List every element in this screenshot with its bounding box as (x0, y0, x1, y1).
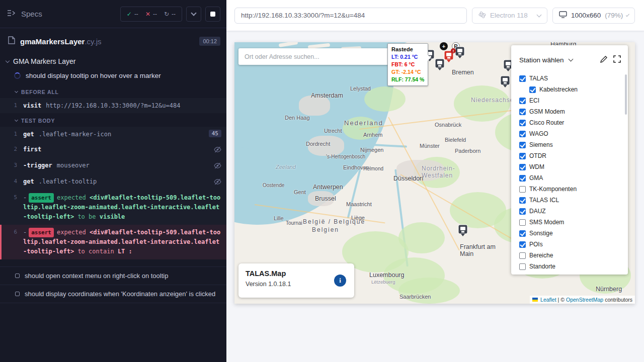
assert-row-fail[interactable]: 6 -assertexpected <div#leaflet-tooltip-5… (0, 225, 226, 259)
command-row-first[interactable]: 2 first (0, 142, 226, 158)
map-marker-alarm-rastede[interactable]: ! (444, 50, 454, 62)
aut-container: Electron 118 1000x660 (79%) (226, 0, 644, 362)
restart-icon: ↻ (164, 11, 169, 18)
map-search-box (238, 48, 398, 65)
checkbox[interactable] (529, 86, 536, 93)
specs-title[interactable]: Specs (21, 10, 42, 18)
section-before-all[interactable]: BEFORE ALL (0, 84, 226, 98)
map-label: Utrecht (324, 128, 342, 134)
layer-row[interactable]: TALAS ICL (519, 195, 628, 206)
checkbox[interactable] (519, 230, 526, 237)
layer-row[interactable]: SMS Modem (519, 217, 628, 228)
layer-row[interactable]: TK-Komponenten (519, 184, 628, 195)
checkbox[interactable] (519, 208, 526, 215)
pending-test-row[interactable]: should open context menu on right-click … (0, 266, 226, 285)
map-label: Tournai (286, 220, 302, 226)
command-row-visit[interactable]: 1 visithttp://192.168.10.33:3000/?m=12&u… (0, 98, 226, 113)
checkbox[interactable] (519, 263, 526, 270)
viewport-icon (559, 11, 567, 20)
checkbox[interactable] (519, 241, 526, 248)
layer-row[interactable]: WDM (519, 161, 628, 172)
checkbox[interactable] (519, 109, 526, 115)
map-label: Antwerpen (313, 184, 343, 191)
checkbox[interactable] (519, 164, 526, 170)
map-marker[interactable] (500, 75, 510, 87)
map-label: Helmond (363, 166, 383, 171)
specs-menu-icon[interactable] (7, 10, 16, 19)
map-label: Amsterdam (311, 92, 343, 99)
map-label: Den Haag (285, 115, 310, 121)
checkbox[interactable] (519, 153, 526, 159)
checkbox[interactable] (519, 131, 526, 137)
checkbox[interactable] (519, 120, 526, 126)
map-marker[interactable] (435, 58, 445, 70)
layer-row[interactable]: Standorte (519, 261, 628, 272)
map-label: Gent (294, 189, 306, 195)
map-label: 's-Hertogenbosch (326, 154, 365, 159)
assert-badge-pass: assert (29, 193, 54, 203)
layer-row[interactable]: Sonstige (519, 228, 628, 239)
spec-header[interactable]: gmaMarkersLayer .cy.js 00:12 (0, 28, 226, 51)
layer-row[interactable]: Cisco Router (519, 117, 628, 128)
map-label: Lelystad (350, 85, 371, 92)
map-marker[interactable] (458, 224, 468, 236)
fullscreen-icon[interactable] (613, 55, 621, 65)
edit-icon[interactable] (600, 56, 607, 65)
checkbox[interactable] (519, 252, 526, 259)
chevron-down-icon (537, 12, 542, 17)
layer-row[interactable]: ECI (519, 95, 628, 106)
checkbox[interactable] (519, 175, 526, 182)
panel-scrollbar[interactable] (625, 74, 627, 115)
running-test-row[interactable]: should display tooltip on hover over a m… (0, 68, 226, 84)
map-label: Nijmegen (360, 147, 383, 153)
map-label: Nordrhein-Westfalen (422, 165, 466, 179)
command-row-get-tooltip[interactable]: 4 get.leaflet-tooltip (0, 174, 226, 190)
checkbox[interactable] (519, 186, 526, 193)
layer-row[interactable]: Siemens (519, 139, 628, 150)
checkbox[interactable] (519, 75, 526, 82)
assert-row-pass[interactable]: 5 -assertexpected <div#leaflet-tooltip-5… (0, 190, 226, 225)
checkbox[interactable] (519, 197, 526, 204)
search-input[interactable] (244, 53, 393, 61)
cluster-expand-button[interactable]: + (440, 42, 448, 50)
section-test-body[interactable]: TEST BODY (0, 113, 226, 127)
layer-row[interactable]: GSM Modem (519, 106, 628, 117)
tooltip-row-lt: LT: 0.21 °C (391, 53, 424, 61)
url-input[interactable] (234, 8, 467, 24)
map-marker[interactable] (455, 46, 465, 58)
viewport-select[interactable]: 1000x660 (79%) (552, 8, 635, 24)
checkbox[interactable] (519, 98, 526, 104)
collapse-button[interactable] (186, 7, 201, 22)
command-row-trigger[interactable]: 3 -triggermouseover (0, 158, 226, 174)
layer-row[interactable]: GMA (519, 172, 628, 184)
spec-timer: 00:12 (199, 37, 220, 46)
layer-row[interactable]: Bereiche (519, 250, 628, 261)
station-panel-header: Station wählen (511, 52, 628, 71)
alarm-badge: ! (451, 48, 456, 53)
command-row-get-marker[interactable]: 1 get.leaflet-marker-icon 45 (0, 127, 226, 142)
layer-row[interactable]: Kabelstrecken (519, 84, 628, 95)
layer-row[interactable]: TALAS (519, 73, 628, 84)
suite-row[interactable]: GMA Markers Layer (0, 51, 226, 68)
leaflet-link[interactable]: Leaflet (540, 296, 556, 304)
station-select[interactable]: Station wählen (519, 56, 564, 64)
layer-row[interactable]: WAGO (519, 128, 628, 139)
info-icon[interactable]: i (334, 275, 346, 287)
tooltip-row-fbt: FBT: 6 °C (391, 61, 424, 68)
stop-button[interactable] (205, 7, 220, 22)
caret-icon (15, 118, 18, 122)
checkbox[interactable] (519, 219, 526, 226)
chevron-down-icon[interactable] (568, 57, 573, 62)
leaflet-map[interactable]: Hamburg Bremen Niedersachsen Amsterdam L… (234, 42, 635, 304)
checkbox[interactable] (519, 142, 526, 148)
layer-row[interactable]: POIs (519, 239, 628, 250)
chevron-down-icon (191, 10, 196, 16)
ukraine-flag-icon (532, 298, 538, 302)
layer-row[interactable]: OTDR (519, 150, 628, 161)
browser-select[interactable]: Electron 118 (472, 8, 547, 24)
tooltip-row-rlf: RLF: 77.54 % (391, 76, 424, 83)
osm-link[interactable]: OpenStreetMap (566, 296, 603, 304)
pending-test-row[interactable]: should display coordinates when 'Koordin… (0, 285, 226, 303)
test-title: should display tooltip on hover over a m… (26, 72, 161, 79)
layer-row[interactable]: DAUZ (519, 206, 628, 217)
